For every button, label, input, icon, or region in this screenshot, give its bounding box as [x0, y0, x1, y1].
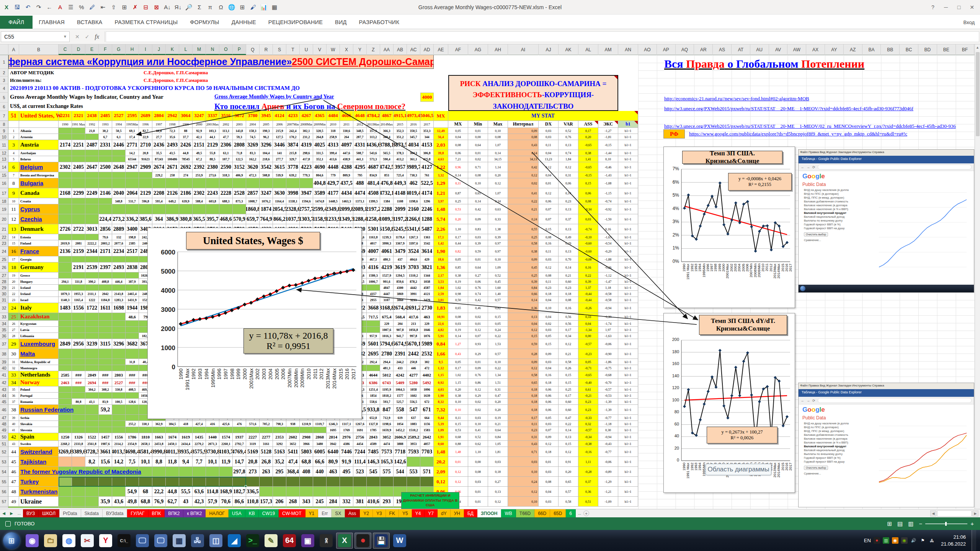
data-cell[interactable]: 1474,8	[313, 198, 327, 204]
snipping-tool-icon[interactable]: ✂	[79, 533, 96, 549]
back-arrow-icon[interactable]: ←	[44, 2, 54, 12]
data-cell[interactable]: 1659,9	[380, 427, 394, 433]
data-cell[interactable]: 433	[394, 365, 407, 371]
stat-cell[interactable]: 0,02	[508, 178, 539, 188]
data-cell[interactable]: 2392	[193, 162, 206, 172]
mx-cell[interactable]: 2,03	[434, 140, 448, 150]
data-cell[interactable]	[112, 359, 126, 365]
data-cell[interactable]: 941,7	[394, 333, 407, 339]
mx-cell[interactable]: 2,17	[434, 272, 448, 279]
data-cell[interactable]	[72, 234, 85, 240]
stat-cell[interactable]: 0,17	[508, 415, 539, 421]
data-cell[interactable]: 596,8	[139, 198, 152, 204]
data-cell[interactable]	[85, 477, 99, 487]
stat-cell[interactable]: 0,06	[539, 393, 559, 399]
data-cell[interactable]: 43,6	[112, 497, 126, 507]
stat-cell[interactable]: 0,08	[578, 198, 598, 204]
stat-cell[interactable]: -0,94	[598, 433, 618, 441]
stat-cell[interactable]: -0,77	[598, 447, 618, 457]
data-cell[interactable]	[99, 421, 112, 427]
data-cell[interactable]: 332	[340, 497, 353, 507]
align-lines-icon[interactable]: ☰	[66, 2, 76, 12]
stat-cell[interactable]: b1>1	[618, 421, 638, 427]
stat-cell[interactable]: 0,18	[508, 386, 539, 393]
data-cell[interactable]	[112, 256, 126, 262]
data-cell[interactable]: 141	[273, 150, 286, 156]
stat-cell[interactable]: -0,34	[578, 204, 598, 214]
data-cell[interactable]: 2602	[286, 433, 300, 441]
data-cell[interactable]	[99, 327, 112, 333]
column-header-AA[interactable]: AA	[380, 44, 394, 55]
data-cell[interactable]: 2040	[112, 188, 126, 198]
data-cell[interactable]: 779	[327, 172, 340, 178]
data-cell[interactable]	[59, 393, 72, 399]
data-cell[interactable]: 429,7	[327, 178, 340, 188]
stat-cell[interactable]: 0,45	[488, 279, 508, 285]
data-cell[interactable]: 2843	[367, 433, 380, 441]
stat-cell[interactable]: 0,65	[508, 379, 539, 386]
stat-cell[interactable]: 0,12	[448, 467, 468, 477]
data-cell[interactable]: 3998	[286, 188, 300, 198]
data-cell[interactable]	[85, 285, 99, 291]
year-label-cell[interactable]: 2013Max	[367, 121, 380, 128]
data-cell[interactable]: 2453,8	[152, 441, 166, 447]
stat-cell[interactable]: 0,43	[508, 140, 539, 150]
us-value-cell[interactable]: 3247	[193, 111, 206, 121]
data-cell[interactable]: 2299	[72, 188, 85, 198]
stat-cell[interactable]: 0,12	[559, 339, 578, 349]
data-cell[interactable]: 2722	[72, 224, 85, 234]
column-header-H[interactable]: H	[126, 44, 139, 55]
stat-cell[interactable]: 0,64	[468, 140, 488, 150]
data-cell[interactable]: 215,9	[273, 128, 286, 134]
year-label-cell[interactable]: 2005	[260, 121, 273, 128]
data-cell[interactable]: 59,2	[99, 405, 112, 415]
data-cell[interactable]	[112, 178, 126, 188]
data-cell[interactable]: 3479	[394, 246, 407, 256]
stat-cell[interactable]: 0,31	[488, 386, 508, 393]
stat-cell[interactable]: -0,10	[578, 234, 598, 240]
data-cell[interactable]: 2532	[420, 349, 434, 359]
data-cell[interactable]: 68	[139, 487, 152, 497]
column-header-AT[interactable]: AT	[732, 44, 750, 55]
data-cell[interactable]: 386,9	[166, 214, 179, 224]
stat-cell[interactable]: 0,29	[468, 349, 488, 359]
data-cell[interactable]: 2306	[219, 140, 233, 150]
data-cell[interactable]	[59, 262, 72, 272]
year-label-cell[interactable]: 2002	[219, 121, 233, 128]
data-cell[interactable]: 3119	[246, 441, 260, 447]
data-cell[interactable]: 294,1	[59, 279, 72, 285]
country-name-hungary[interactable]: Hungary	[19, 279, 59, 285]
stat-cell[interactable]: -1,29	[598, 477, 618, 487]
data-cell[interactable]: 4277	[407, 371, 420, 379]
row-header-19[interactable]: 19	[0, 204, 8, 214]
data-cell[interactable]: 437,5	[340, 178, 353, 188]
sheet-tab-ВУЗdata[interactable]: ВУЗdata	[103, 509, 127, 517]
data-cell[interactable]	[99, 178, 112, 188]
data-cell[interactable]: 2228	[219, 188, 233, 198]
stat-cell[interactable]: -0,65	[578, 162, 598, 172]
data-cell[interactable]: 446,4	[112, 279, 126, 285]
sheet-tab-dY[interactable]: dY	[438, 509, 451, 517]
column-header-I[interactable]: I	[139, 44, 152, 55]
data-cell[interactable]: 1448,5	[327, 198, 340, 204]
data-cell[interactable]: 2243	[206, 188, 219, 198]
data-cell[interactable]: 264	[340, 134, 353, 140]
sheet-tab-Y2[interactable]: Y2	[360, 509, 373, 517]
data-cell[interactable]	[85, 234, 99, 240]
stat-cell[interactable]: 0,97	[488, 240, 508, 246]
us-value-cell[interactable]: 4233	[286, 111, 300, 121]
data-cell[interactable]: 2397	[99, 262, 112, 272]
data-cell[interactable]: 4434	[340, 188, 353, 198]
stat-cell[interactable]: -0,15	[598, 140, 618, 150]
data-cell[interactable]: 4448	[327, 162, 340, 172]
stat-cell[interactable]: 0,86	[468, 379, 488, 386]
column-header-AS[interactable]: AS	[713, 44, 732, 55]
stat-cell[interactable]: -0,21	[578, 393, 598, 399]
stat-cell[interactable]: 0,57	[488, 297, 508, 303]
cell[interactable]	[286, 507, 300, 508]
stat-cell[interactable]: 0,02	[468, 156, 488, 162]
stat-cell[interactable]: 0,14	[468, 198, 488, 204]
data-cell[interactable]: 834,9	[367, 172, 380, 178]
column-header-G[interactable]: G	[112, 44, 126, 55]
country-name-kyrgyzstan[interactable]: Kyrgyzstan	[19, 321, 59, 327]
